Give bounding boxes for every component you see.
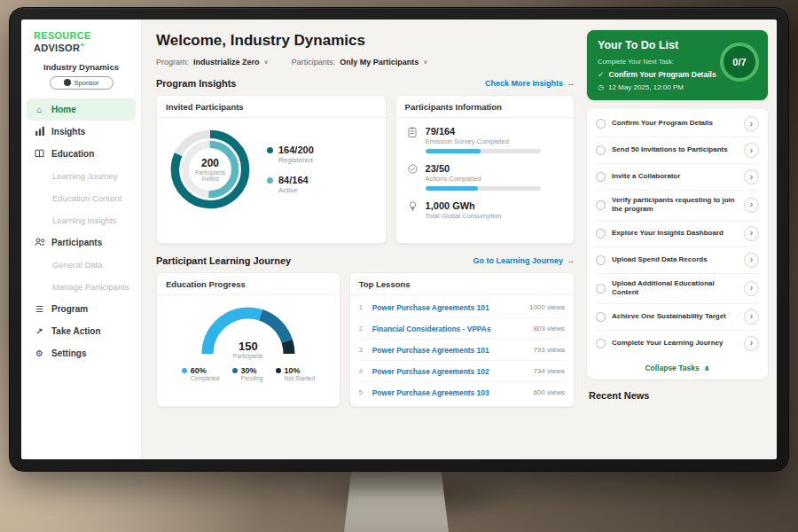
sidebar-item-take-action[interactable]: ↗ Take Action (21, 320, 141, 342)
lesson-link[interactable]: Power Purchase Agreements 103 (372, 388, 528, 397)
task-row[interactable]: Invite a Collaborator › (596, 164, 759, 191)
lesson-row[interactable]: 4 Power Purchase Agreements 102 734 view… (359, 361, 565, 382)
legend-value: 164/200 (278, 145, 314, 155)
donut-graphic: 200 Participants Invited (168, 127, 253, 212)
emission-survey-row: 79/164 Emission Survey Completed (407, 126, 563, 153)
chevron-down-icon: ∨ (264, 59, 269, 66)
program-value: Industrialize Zero (193, 58, 260, 66)
lesson-views: 793 views (533, 346, 565, 354)
task-checkbox[interactable] (596, 339, 606, 348)
task-chevron-button[interactable]: › (744, 116, 759, 131)
task-checkbox[interactable] (596, 284, 606, 293)
legend-label: Not Started (285, 375, 315, 381)
lesson-row[interactable]: 2 Financial Considerations - VPPAs 803 v… (359, 318, 565, 340)
task-checkbox[interactable] (596, 200, 606, 210)
card-title: Education Progress (157, 273, 340, 295)
task-row[interactable]: Verify participants requesting to join t… (596, 191, 759, 221)
legend-label: Completed (191, 375, 220, 381)
lesson-views: 600 views (533, 388, 565, 396)
arrow-right-icon: → (567, 256, 575, 265)
sidebar-item-program[interactable]: ☰ Program (21, 298, 141, 320)
metric-label: Total Global Consumption (426, 212, 563, 220)
lesson-link[interactable]: Financial Considerations - VPPAs (372, 325, 528, 333)
sidebar-item-insights[interactable]: Insights (21, 121, 141, 143)
sidebar-item-education-content[interactable]: Education Content (21, 187, 141, 209)
screen: RESOURCE ADVISOR+ Industry Dynamics Spon… (21, 20, 777, 459)
logo-advisor: ADVISOR (34, 43, 80, 53)
todo-panel: Your To Do List Complete Your Next Task:… (583, 20, 777, 459)
task-chevron-button[interactable]: › (744, 281, 759, 296)
lesson-rank: 2 (359, 325, 366, 332)
monitor-stand (344, 472, 449, 532)
check-icon: ✓ (598, 70, 605, 79)
sidebar-item-general-data[interactable]: General Data (21, 254, 141, 276)
monitor-bezel: RESOURCE ADVISOR+ Industry Dynamics Spon… (9, 7, 789, 472)
task-row[interactable]: Explore Your Insights Dashboard › (596, 221, 759, 247)
sidebar-item-participants[interactable]: Participants (21, 231, 141, 254)
metric-value: 1,000 GWh (426, 200, 563, 211)
org-name: Industry Dynamics (21, 62, 141, 72)
task-row[interactable]: Upload Additional Educational Content › (596, 274, 759, 304)
task-checkbox[interactable] (596, 119, 606, 129)
actions-completed-row: 23/50 Actions Completed (407, 163, 563, 191)
sidebar-item-learning-insights[interactable]: Learning Insights (21, 209, 141, 231)
task-row[interactable]: Achieve One Sustainability Target › (596, 304, 759, 331)
lesson-link[interactable]: Power Purchase Agreements 102 (372, 367, 528, 376)
donut-center-caption: Participants Invited (190, 169, 231, 183)
task-chevron-button[interactable]: › (744, 143, 759, 158)
main-column: Welcome, Industry Dynamics Program: Indu… (142, 20, 583, 459)
lesson-link[interactable]: Power Purchase Agreements 101 (372, 346, 528, 355)
program-dropdown[interactable]: Program: Industrialize Zero ∨ (156, 58, 269, 66)
link-label: Go to Learning Journey (473, 256, 563, 265)
gauge-center-label: 150 Participants (197, 340, 300, 359)
legend-label: Active (278, 186, 314, 194)
sidebar-item-settings[interactable]: ⚙ Settings (21, 342, 141, 364)
task-checkbox[interactable] (596, 312, 606, 322)
content-area: Welcome, Industry Dynamics Program: Indu… (142, 20, 777, 459)
section-title: Participant Learning Journey (156, 255, 291, 266)
lesson-link[interactable]: Power Purchase Agreements 101 (372, 303, 523, 312)
task-label: Invite a Collaborator (612, 172, 738, 181)
task-chevron-button[interactable]: › (744, 198, 759, 213)
task-chevron-button[interactable]: › (744, 336, 759, 351)
task-label: Explore Your Insights Dashboard (612, 229, 738, 238)
task-row[interactable]: Send 50 Invitations to Participants › (596, 137, 759, 164)
metric-value: 23/50 (426, 163, 563, 174)
task-chevron-button[interactable]: › (744, 253, 759, 268)
sidebar-item-learning-journey[interactable]: Learning Journey (21, 165, 141, 187)
lesson-views: 734 views (533, 367, 565, 375)
task-row[interactable]: Confirm Your Program Details › (596, 111, 759, 137)
gear-icon: ⚙ (34, 348, 45, 358)
sidebar-item-home[interactable]: ⌂ Home (27, 98, 136, 121)
participants-dropdown[interactable]: Participants: Only My Participants ∨ (292, 58, 428, 66)
task-chevron-button[interactable]: › (744, 169, 759, 184)
lessons-list: 1 Power Purchase Agreements 101 1000 vie… (350, 295, 574, 404)
task-checkbox[interactable] (596, 145, 606, 155)
consumption-row: 1,000 GWh Total Global Consumption (407, 200, 563, 220)
sidebar-item-education[interactable]: Education (21, 143, 141, 165)
lesson-rank: 1 (359, 303, 366, 311)
collapse-tasks-link[interactable]: Collapse Tasks ∧ (596, 356, 759, 376)
sidebar-item-manage-participants[interactable]: Manage Participants (21, 276, 141, 298)
task-checkbox[interactable] (596, 172, 606, 182)
lesson-row[interactable]: 3 Power Purchase Agreements 101 793 view… (359, 340, 565, 361)
lesson-row[interactable]: 1 Power Purchase Agreements 101 1000 vie… (359, 297, 565, 318)
insights-icon (34, 127, 45, 136)
legend-item-active: 84/164 Active (267, 175, 314, 194)
task-row[interactable]: Upload Spend Data Records › (596, 247, 759, 274)
link-label: Check More Insights (485, 79, 563, 88)
progress-fill (426, 186, 479, 191)
task-chevron-button[interactable]: › (744, 226, 759, 241)
task-checkbox[interactable] (596, 229, 606, 239)
go-to-learning-journey-link[interactable]: Go to Learning Journey → (473, 256, 575, 265)
task-checkbox[interactable] (596, 255, 606, 265)
participants-value: Only My Participants (340, 58, 419, 66)
check-more-insights-link[interactable]: Check More Insights → (485, 79, 575, 88)
task-chevron-button[interactable]: › (744, 309, 759, 325)
lesson-row[interactable]: 5 Power Purchase Agreements 103 600 view… (359, 382, 565, 403)
pin-icon (407, 200, 419, 220)
filters-row: Program: Industrialize Zero ∨ Participan… (156, 58, 575, 66)
task-row[interactable]: Complete Your Learning Journey › (596, 331, 759, 356)
lesson-rank: 3 (359, 346, 366, 354)
legend-value: 84/164 (278, 175, 309, 185)
